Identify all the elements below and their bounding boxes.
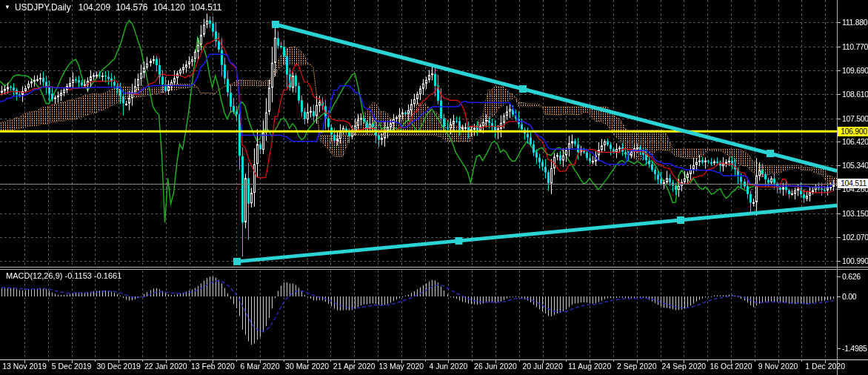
- time-axis-label: 16 Oct 2020: [710, 362, 752, 371]
- time-axis-label: 21 Apr 2020: [333, 362, 375, 371]
- trading-chart-window: ▼USDJPY,Daily104.209104.576104.120104.51…: [0, 0, 868, 375]
- price-axis-label: 106.420: [842, 137, 868, 146]
- time-axis-label: 26 Jun 2020: [474, 362, 517, 371]
- time-axis-label: 22 Jan 2020: [144, 362, 187, 371]
- price-axis-label: 100.990: [842, 256, 868, 265]
- time-axis-label: 13 May 2020: [378, 362, 424, 371]
- time-axis-label: 24 Sep 2020: [662, 362, 707, 371]
- ohlc-low: 104.120: [153, 2, 185, 13]
- macd-axis-label: -1.4985: [842, 344, 867, 353]
- ohlc-open: 104.209: [79, 2, 110, 13]
- chart-title-bar: ▼USDJPY,Daily104.209104.576104.120104.51…: [4, 2, 227, 13]
- price-axis-label: 103.150: [842, 209, 868, 218]
- macd-axis-label: 0.00: [842, 292, 856, 301]
- price-axis-label: 109.690: [842, 66, 868, 75]
- price-axis-label: 111.880: [842, 18, 867, 27]
- time-axis-label: 1 Dec 2020: [805, 362, 845, 371]
- symbol-period-label: USDJPY,Daily: [15, 2, 71, 13]
- time-axis-label: 6 Mar 2020: [240, 362, 279, 371]
- price-axis-label: 105.340: [842, 161, 868, 170]
- time-axis-label: 9 Nov 2020: [758, 362, 798, 371]
- time-axis-label: 4 Jun 2020: [429, 362, 467, 371]
- ohlc-close: 104.511: [190, 2, 222, 13]
- time-axis-label: 13 Nov 2019: [2, 362, 47, 371]
- price-axis-label: 102.070: [842, 233, 868, 242]
- time-axis-label: 11 Aug 2020: [568, 362, 611, 371]
- current-price-label: 104.511: [838, 179, 868, 188]
- time-axis-label: 5 Dec 2019: [52, 362, 92, 371]
- price-axis-label: 107.500: [842, 114, 868, 123]
- time-axis-label: 30 Dec 2019: [96, 362, 141, 371]
- time-axis-label: 2 Sep 2020: [617, 362, 657, 371]
- macd-indicator-label: MACD(12,26,9) -0.1153 -0.1661: [6, 271, 121, 280]
- collapse-indicator-icon[interactable]: ▼: [4, 4, 10, 10]
- price-axis-label: 110.770: [842, 42, 868, 51]
- chart-canvas[interactable]: [0, 0, 868, 375]
- yellow-level-price-label: 106.900: [838, 127, 868, 136]
- macd-axis-label: 0.626: [842, 272, 861, 281]
- time-axis-label: 13 Feb 2020: [191, 362, 235, 371]
- ohlc-high: 104.576: [116, 2, 147, 13]
- time-axis-label: 30 Mar 2020: [285, 362, 329, 371]
- time-axis-label: 20 Jul 2020: [522, 362, 562, 371]
- price-axis-label: 108.610: [842, 90, 868, 99]
